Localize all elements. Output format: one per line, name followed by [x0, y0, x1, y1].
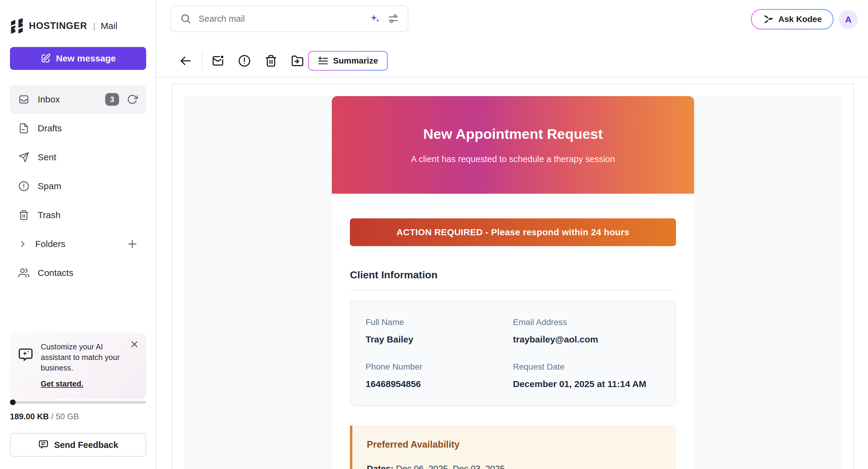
feedback-chat-icon — [38, 439, 49, 450]
email-viewer-panel: New Appointment Request A client has req… — [172, 83, 854, 469]
storage-used: 189.00 KB — [10, 412, 49, 421]
send-feedback-button[interactable]: Send Feedback — [10, 433, 146, 457]
get-started-link[interactable]: Get started. — [41, 379, 84, 389]
trash-icon — [19, 210, 29, 221]
sidebar-nav: Inbox 3 Drafts Sent — [10, 85, 146, 288]
email-body-canvas[interactable]: New Appointment Request A client has req… — [184, 96, 841, 469]
main-header: Ask Kodee A — [156, 0, 868, 77]
email-card: ACTION REQUIRED - Please respond within … — [332, 194, 694, 469]
ai-callout-text: Customize your AI assistant to match you… — [41, 342, 120, 372]
field-value: 16468954856 — [366, 379, 513, 389]
availability-dates: Dates: Dec 06, 2025, Dec 03, 2025 — [367, 464, 661, 469]
avatar-letter: A — [845, 14, 852, 25]
hostinger-logo-icon — [10, 18, 24, 34]
brand-name: HOSTINGER — [29, 21, 87, 31]
dates-value: Dec 06, 2025, Dec 03, 2025 — [396, 464, 505, 469]
field-request-date: Request Date December 01, 2025 at 11:14 … — [513, 362, 660, 389]
field-value: December 01, 2025 at 11:14 AM — [513, 379, 660, 389]
search-input[interactable] — [198, 14, 363, 24]
sidebar-item-spam[interactable]: Spam — [10, 172, 146, 201]
delete-icon[interactable] — [265, 55, 277, 67]
new-message-label: New message — [56, 53, 116, 64]
sidebar-item-contacts[interactable]: Contacts — [10, 259, 146, 288]
ask-kodee-button[interactable]: Ask Kodee — [751, 9, 834, 30]
email-subtitle: A client has requested to schedule a the… — [411, 154, 615, 164]
action-banner-text: ACTION REQUIRED - Please respond within … — [397, 227, 629, 237]
field-value: Tray Bailey — [366, 334, 513, 345]
sidebar-item-label: Inbox — [38, 94, 60, 104]
send-icon — [19, 152, 29, 163]
filter-sliders-icon[interactable] — [388, 13, 399, 24]
field-label: Email Address — [513, 317, 660, 327]
chevron-right-icon — [19, 240, 27, 248]
email-title: New Appointment Request — [423, 126, 603, 142]
storage-usage: 189.00 KB/ 50 GB — [10, 412, 79, 422]
search-bar[interactable] — [170, 5, 408, 32]
chat-sparkle-icon — [17, 347, 34, 364]
email-hero-header: New Appointment Request A client has req… — [332, 96, 694, 194]
message-toolbar: Summarize — [179, 48, 388, 73]
summarize-label: Summarize — [333, 56, 378, 66]
availability-heading: Preferred Availability — [367, 439, 661, 450]
document-icon — [19, 123, 29, 134]
brand-divider: | — [93, 22, 95, 31]
inbox-unread-badge: 3 — [105, 93, 119, 106]
alert-circle-icon — [19, 181, 29, 192]
contacts-icon — [19, 267, 29, 278]
new-message-button[interactable]: New message — [10, 47, 146, 70]
account-avatar[interactable]: A — [839, 10, 858, 29]
dates-label: Dates: — [367, 464, 394, 469]
mark-unread-icon[interactable] — [212, 55, 224, 67]
kodee-icon — [763, 14, 773, 25]
ai-assistant-callout: Customize your AI assistant to match you… — [10, 333, 146, 399]
storage-progress-knob[interactable] — [10, 399, 16, 405]
compose-icon — [40, 53, 51, 64]
search-icon — [180, 13, 191, 24]
sidebar-item-label: Spam — [38, 181, 61, 191]
sidebar-item-label: Contacts — [38, 268, 73, 278]
brand-logo[interactable]: HOSTINGER | Mail — [10, 17, 117, 35]
brand-product: Mail — [101, 21, 117, 31]
sidebar-item-label: Sent — [38, 152, 56, 162]
sidebar-item-label: Folders — [35, 239, 65, 249]
sidebar-item-folders[interactable]: Folders — [10, 230, 146, 259]
preferred-availability-box: Preferred Availability Dates: Dec 06, 20… — [350, 425, 676, 469]
client-info-heading: Client Information — [350, 269, 676, 281]
report-spam-icon[interactable] — [238, 55, 251, 67]
field-full-name: Full Name Tray Bailey — [366, 317, 513, 345]
storage-progress-bar — [10, 401, 146, 404]
field-label: Request Date — [513, 362, 660, 372]
ai-sparkles-icon[interactable] — [370, 13, 381, 24]
field-phone-number: Phone Number 16468954856 — [366, 362, 513, 389]
sidebar-item-drafts[interactable]: Drafts — [10, 114, 146, 143]
action-required-banner: ACTION REQUIRED - Please respond within … — [350, 219, 676, 246]
inbox-icon — [19, 94, 29, 105]
ai-callout-body: Customize your AI assistant to match you… — [41, 342, 122, 389]
storage-total: / 50 GB — [51, 412, 79, 421]
add-folder-icon[interactable] — [127, 239, 138, 249]
sidebar-item-sent[interactable]: Sent — [10, 143, 146, 172]
move-to-folder-icon[interactable] — [291, 55, 304, 67]
field-email-address: Email Address traybailey@aol.com — [513, 317, 660, 345]
ask-kodee-label: Ask Kodee — [778, 14, 822, 24]
field-label: Phone Number — [366, 362, 513, 372]
sidebar-item-label: Drafts — [38, 123, 62, 133]
client-info-box: Full Name Tray Bailey Email Address tray… — [350, 301, 676, 406]
email-content: New Appointment Request A client has req… — [332, 96, 694, 469]
summarize-icon — [318, 56, 328, 66]
field-label: Full Name — [366, 317, 513, 327]
sidebar: HOSTINGER | Mail New message Inbox 3 — [0, 0, 156, 469]
field-value: traybailey@aol.com — [513, 334, 660, 345]
close-icon[interactable] — [130, 340, 139, 349]
section-divider — [350, 290, 676, 290]
toolbar-divider — [202, 52, 203, 70]
refresh-icon[interactable] — [127, 94, 138, 105]
sidebar-item-label: Trash — [38, 210, 61, 220]
send-feedback-label: Send Feedback — [54, 440, 119, 450]
summarize-button[interactable]: Summarize — [308, 51, 388, 71]
back-arrow-icon[interactable] — [179, 55, 192, 67]
sidebar-item-inbox[interactable]: Inbox 3 — [10, 85, 146, 114]
sidebar-item-trash[interactable]: Trash — [10, 201, 146, 230]
